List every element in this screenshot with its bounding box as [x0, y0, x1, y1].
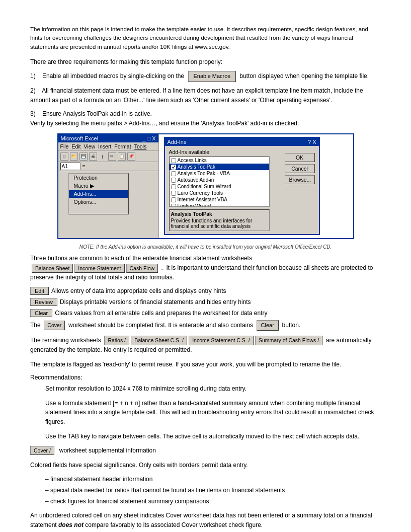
toolbar-copy[interactable]: 📋: [118, 153, 126, 161]
menu-macro[interactable]: Macro ▶: [69, 182, 128, 190]
cover-end: button.: [282, 322, 301, 329]
enable-macros-button[interactable]: Enable Macros: [188, 71, 236, 82]
addin-vba-check[interactable]: [171, 171, 176, 176]
intro-paragraph: The information on this page is intended…: [30, 25, 381, 51]
addin-internet[interactable]: Internet Assistant VBA: [170, 196, 269, 203]
recommendation-2: Use a formula statement [= + n + n] rath…: [30, 399, 381, 427]
excel-controls: _ □ X: [142, 135, 155, 141]
addin-analysis-check[interactable]: [171, 165, 176, 170]
review-button-row: Review Displays printable versions of fi…: [30, 298, 381, 306]
buttons-intro-paragraph: Three buttons are common to each of the …: [30, 254, 381, 282]
addin-access-links-check[interactable]: [171, 158, 176, 163]
menu-addins[interactable]: Add-Ins...: [69, 190, 128, 198]
cancel-button[interactable]: Cancel: [285, 164, 315, 173]
cell-ref[interactable]: A1: [60, 163, 80, 170]
cash-flow-tab[interactable]: Cash Flow: [126, 264, 158, 273]
toolbar-cut[interactable]: ✂: [108, 153, 116, 161]
addin-lookup[interactable]: Lookup Wizard: [170, 203, 269, 207]
addin-analysis-vba[interactable]: Analysis ToolPak - VBA: [170, 170, 269, 177]
toolbar-new[interactable]: □: [60, 153, 68, 161]
menu-tools[interactable]: Tools: [134, 143, 147, 149]
addin-internet-check[interactable]: [171, 197, 176, 202]
excel-screenshot: Microsoft Excel _ □ X File Edit View Ins…: [57, 133, 354, 239]
addin-conditional-sum[interactable]: Conditional Sum Wizard: [170, 183, 269, 190]
recommendations-heading: Recommendations:: [30, 374, 381, 381]
income-statement-tab[interactable]: Income Statement: [74, 264, 124, 273]
review-button[interactable]: Review: [30, 298, 57, 306]
addin-euro[interactable]: Euro Currency Tools: [170, 190, 269, 196]
req1-before: Enable all imbedded macros by single-cli…: [42, 72, 184, 80]
dialog-buttons: OK Cancel Browse...: [285, 153, 315, 184]
dialog-close[interactable]: ? X: [308, 139, 316, 145]
balance-sheet-tab[interactable]: Balance Sheet: [32, 264, 73, 273]
dialog-body: Add-Ins available: Access Links Analysis…: [165, 146, 319, 234]
ratios-tab[interactable]: Ratios /: [104, 336, 129, 345]
does-not-text: does not: [58, 521, 84, 528]
clear-button-row: Clear Clears values from all enterable c…: [30, 309, 381, 317]
dialog-title: Add-Ins: [168, 139, 187, 145]
cover-supp-tab[interactable]: Cover /: [30, 446, 54, 455]
bullet-2: special data needed for ratios that cann…: [30, 486, 381, 495]
menu-file[interactable]: File: [60, 143, 69, 149]
edit-button[interactable]: Edit: [30, 287, 49, 295]
menu-insert[interactable]: Insert: [98, 143, 111, 149]
req3-num: 3): [30, 110, 36, 117]
menu-view[interactable]: View: [84, 143, 96, 149]
dialog-titlebar: Add-Ins ? X: [165, 138, 319, 146]
req2-num: 2): [30, 87, 36, 94]
menu-edit[interactable]: Edit: [71, 143, 80, 149]
toolbar-save[interactable]: 💾: [79, 153, 88, 161]
menu-format[interactable]: Format: [114, 143, 131, 149]
menu-options[interactable]: Options...: [69, 198, 128, 206]
addin-desc-text: Provides functions and interfaces for fi…: [171, 218, 268, 229]
cover-worksheet-note: The Cover worksheet should be completed …: [30, 320, 381, 331]
excel-formula-bar: A1 =: [58, 162, 158, 171]
cover-middle: worksheet should be completed first. It …: [68, 322, 253, 329]
clear-button[interactable]: Clear: [30, 309, 52, 317]
cover-supplemental-title: Cover / worksheet supplemental informati…: [30, 446, 381, 455]
balance-sheet-cs-tab[interactable]: Balance Sheet C.S. /: [131, 336, 187, 345]
excel-title: Microsoft Excel: [61, 135, 99, 141]
addin-description: Analysis ToolPak Provides functions and …: [169, 209, 270, 231]
note-text: NOTE: If the Add-Ins option is unavailab…: [30, 244, 381, 250]
addin-euro-check[interactable]: [171, 191, 176, 196]
browse-button[interactable]: Browse...: [285, 175, 315, 184]
addin-condsum-check[interactable]: [171, 184, 176, 189]
addin-lookup-check[interactable]: [171, 204, 176, 207]
addin-analysis-toolpak[interactable]: Analysis ToolPak: [170, 164, 269, 170]
cover-intro: The: [30, 322, 41, 329]
toolbar-print[interactable]: 🖨: [89, 153, 97, 161]
req3-line1: Ensure Analysis ToolPak add-in is active…: [42, 110, 152, 117]
edit-button-row: Edit Allows entry of data into appropria…: [30, 287, 381, 295]
addins-dialog: Add-Ins ? X Add-Ins available: Access Li…: [164, 137, 320, 235]
recommendation-3: Use the TAB key to navigate between cell…: [30, 432, 381, 441]
clear-button-desc: Clears values from all enterable cells a…: [55, 310, 267, 317]
toolbar-open[interactable]: 📂: [70, 153, 78, 161]
income-statement-cs-tab[interactable]: Income Statement C.S. /: [189, 336, 253, 345]
remaining-worksheets-paragraph: The remaining worksheets Ratios / Balanc…: [30, 336, 381, 354]
addin-access-links[interactable]: Access Links: [170, 157, 269, 164]
addins-dialog-area: Add-Ins ? X Add-Ins available: Access Li…: [159, 134, 353, 238]
addins-list[interactable]: Access Links Analysis ToolPak Analysis T…: [169, 157, 270, 207]
review-button-desc: Displays printable versions of financial…: [60, 298, 251, 306]
req1-num: 1): [30, 72, 36, 80]
ok-button[interactable]: OK: [285, 153, 315, 162]
bullet-3: check figures for financial statement su…: [30, 497, 381, 506]
addin-autosave-check[interactable]: [171, 178, 176, 183]
toolbar-paste[interactable]: 📌: [127, 153, 135, 161]
toolbar-sep: |: [99, 153, 107, 161]
req1-after: button displayed when opening the templa…: [239, 72, 369, 80]
excel-titlebar: Microsoft Excel _ □ X: [58, 134, 158, 142]
requirement-2: 2) All financial statement data must be …: [30, 86, 381, 105]
summary-cashflows-tab[interactable]: Summary of Cash Flows /: [255, 336, 322, 345]
req2-text: All financial statement data must be ent…: [30, 87, 363, 104]
readonly-note: The template is flagged as 'read-only' t…: [30, 360, 381, 369]
cover-tab[interactable]: Cover: [44, 321, 65, 330]
cover-clear-button[interactable]: Clear: [257, 320, 279, 331]
menu-separator: [69, 206, 128, 214]
buttons-intro-text: Three buttons are common to each of the …: [30, 255, 252, 262]
menu-protection[interactable]: Protection: [69, 174, 128, 182]
formula-equals: =: [83, 164, 86, 169]
bullet-1: financial statement header information: [30, 475, 381, 484]
addin-autosave[interactable]: Autosave Add-in: [170, 177, 269, 183]
